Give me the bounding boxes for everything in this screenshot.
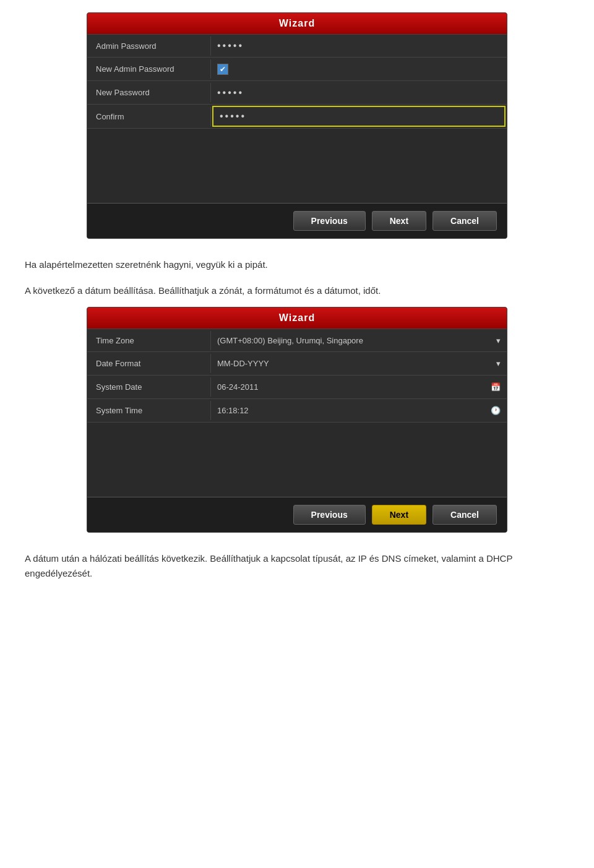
form-row-new-password: New Password ••••• xyxy=(87,81,507,105)
wizard-title-1: Wizard xyxy=(87,13,507,34)
wizard-spacer-2 xyxy=(87,423,507,497)
value-admin-password: ••••• xyxy=(211,37,507,55)
text-block-3: A dátum után a hálózati beállítás követk… xyxy=(25,551,569,581)
wizard-footer-2: Previous Next Cancel xyxy=(87,497,507,532)
label-confirm: Confirm xyxy=(87,107,211,126)
label-date-format: Date Format xyxy=(87,354,211,373)
label-time-zone: Time Zone xyxy=(87,331,211,350)
wizard-title-2: Wizard xyxy=(87,307,507,329)
wizard-dialog-2: Wizard Time Zone (GMT+08:00) Beijing, Ur… xyxy=(87,307,507,533)
system-time-value: 16:18:12 xyxy=(217,406,249,415)
date-format-chevron-icon: ▾ xyxy=(496,359,501,368)
wizard-form-2: Time Zone (GMT+08:00) Beijing, Urumqi, S… xyxy=(87,329,507,423)
next-button-2[interactable]: Next xyxy=(372,505,426,525)
label-system-date: System Date xyxy=(87,377,211,397)
next-button-1[interactable]: Next xyxy=(372,211,426,231)
value-system-time[interactable]: 16:18:12 🕐 xyxy=(211,402,507,419)
value-date-format[interactable]: MM-DD-YYYY ▾ xyxy=(211,355,507,372)
value-new-admin-password: ✔ xyxy=(211,60,507,79)
form-row-system-time: System Time 16:18:12 🕐 xyxy=(87,399,507,423)
form-row-date-format: Date Format MM-DD-YYYY ▾ xyxy=(87,352,507,376)
time-zone-value: (GMT+08:00) Beijing, Urumqi, Singapore xyxy=(217,336,363,345)
wizard-form-1: Admin Password ••••• New Admin Password … xyxy=(87,34,507,129)
label-system-time: System Time xyxy=(87,401,211,420)
form-row-time-zone: Time Zone (GMT+08:00) Beijing, Urumqi, S… xyxy=(87,329,507,352)
text-block-1: Ha alapértelmezetten szeretnénk hagyni, … xyxy=(25,257,569,272)
value-time-zone[interactable]: (GMT+08:00) Beijing, Urumqi, Singapore ▾ xyxy=(211,332,507,349)
date-format-value: MM-DD-YYYY xyxy=(217,359,269,368)
system-date-value: 06-24-2011 xyxy=(217,382,259,392)
form-row-new-admin-password: New Admin Password ✔ xyxy=(87,58,507,81)
wizard-dialog-1: Wizard Admin Password ••••• New Admin Pa… xyxy=(87,12,507,239)
wizard-footer-1: Previous Next Cancel xyxy=(87,203,507,238)
previous-button-1[interactable]: Previous xyxy=(293,211,366,231)
time-zone-chevron-icon: ▾ xyxy=(496,336,501,345)
label-new-admin-password: New Admin Password xyxy=(87,59,211,79)
calendar-icon: 📅 xyxy=(491,382,501,392)
value-system-date[interactable]: 06-24-2011 📅 xyxy=(211,379,507,395)
label-new-password: New Password xyxy=(87,83,211,102)
value-new-password: ••••• xyxy=(211,84,507,102)
admin-password-stars: ••••• xyxy=(217,40,244,51)
new-password-stars: ••••• xyxy=(217,87,244,98)
previous-button-2[interactable]: Previous xyxy=(293,505,366,525)
form-row-system-date: System Date 06-24-2011 📅 xyxy=(87,376,507,399)
label-admin-password: Admin Password xyxy=(87,37,211,56)
form-row-confirm: Confirm ••••• xyxy=(87,105,507,129)
clock-icon: 🕐 xyxy=(491,406,501,415)
value-confirm[interactable]: ••••• xyxy=(212,106,506,127)
confirm-stars: ••••• xyxy=(220,111,246,122)
cancel-button-1[interactable]: Cancel xyxy=(433,211,497,231)
wizard-spacer-1 xyxy=(87,129,507,203)
new-admin-checkbox[interactable]: ✔ xyxy=(217,64,228,75)
cancel-button-2[interactable]: Cancel xyxy=(433,505,497,525)
form-row-admin-password: Admin Password ••••• xyxy=(87,34,507,58)
text-block-2: A következő a dátum beállítása. Beállíth… xyxy=(25,283,569,298)
